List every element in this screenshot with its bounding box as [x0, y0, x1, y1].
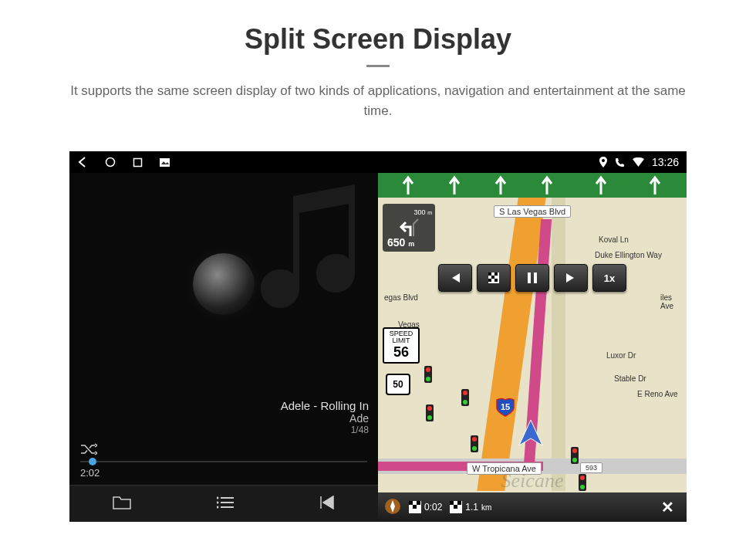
clock: 13:26: [652, 156, 679, 168]
traffic-light-icon: [426, 404, 434, 421]
svg-rect-11: [488, 272, 491, 276]
image-icon: [160, 158, 170, 167]
street-label: S Las Vegas Blvd: [494, 205, 571, 218]
location-icon: [599, 157, 607, 168]
nav-bottom-bar: 0:02 1.1 km ✕: [378, 492, 687, 522]
turn-instruction: 300 m 650 m: [383, 204, 435, 252]
status-bar: 13:26: [69, 151, 687, 173]
navigation-panel: S Las Vegas Blvd Koval Ln Duke Ellington…: [378, 173, 687, 522]
traffic-light-icon: [461, 389, 469, 406]
svg-rect-21: [409, 501, 413, 505]
street-label: E Reno Ave: [633, 389, 683, 399]
svg-rect-17: [534, 272, 537, 283]
svg-rect-25: [450, 501, 454, 505]
joystick-control[interactable]: [193, 253, 255, 315]
music-panel: Adele - Rolling In Ade 1/48 2:02: [69, 173, 378, 522]
street-label: Koval Ln: [594, 235, 633, 245]
track-artist: Ade: [79, 412, 369, 425]
nav-speed-button[interactable]: 1x: [592, 264, 626, 292]
nav-eta: 0:02: [409, 501, 442, 513]
svg-point-9: [217, 506, 219, 508]
street-label: Luxor Dr: [602, 350, 640, 360]
home-icon[interactable]: [105, 157, 116, 168]
progress-bar[interactable]: [80, 461, 367, 462]
compass-icon[interactable]: [384, 498, 401, 517]
svg-rect-23: [413, 505, 417, 509]
track-title: Adele - Rolling In: [79, 399, 369, 412]
elapsed-time: 2:02: [69, 465, 378, 485]
traffic-light-icon: [471, 435, 478, 452]
prev-track-button[interactable]: [319, 496, 335, 513]
lane-guidance: [378, 173, 687, 198]
svg-rect-22: [417, 501, 420, 505]
road-blvd: [552, 198, 565, 491]
page-subtitle: It supports the same screen display of t…: [62, 81, 694, 120]
svg-rect-12: [494, 272, 498, 276]
street-label: Stable Dr: [609, 374, 651, 384]
street-label: W Tropicana Ave: [467, 462, 542, 475]
playlist-button[interactable]: [217, 496, 234, 512]
street-label: 593: [580, 462, 602, 473]
svg-point-8: [217, 501, 219, 503]
svg-rect-26: [457, 501, 461, 505]
svg-rect-15: [494, 279, 498, 282]
svg-point-7: [217, 496, 219, 499]
speed-limit-sign: SPEED LIMIT 56: [383, 327, 420, 364]
nav-prev-button[interactable]: [438, 264, 472, 292]
nav-next-button[interactable]: [554, 264, 588, 292]
recent-icon[interactable]: [133, 157, 143, 168]
svg-point-0: [106, 158, 115, 167]
position-arrow-icon: [515, 418, 546, 452]
street-label: iles Ave: [656, 293, 687, 311]
device-screenshot: 13:26 Adele - Rolling In Ade 1/48 2:02: [69, 151, 687, 522]
traffic-light-icon: [571, 447, 579, 464]
svg-rect-16: [528, 272, 531, 283]
svg-rect-1: [134, 158, 142, 166]
route-shield: 50: [386, 374, 410, 395]
svg-point-3: [602, 159, 605, 162]
music-note-icon: [255, 181, 370, 323]
street-label: Duke Ellington Way: [590, 250, 667, 260]
wifi-icon: [633, 157, 644, 167]
svg-rect-14: [488, 279, 491, 282]
title-divider: [366, 65, 390, 67]
page-title: Split Screen Display: [15, 23, 741, 56]
nav-playback-controls: 1x: [438, 264, 626, 292]
interstate-shield: 15: [495, 397, 515, 417]
svg-rect-27: [454, 505, 457, 509]
svg-rect-13: [491, 276, 494, 279]
back-icon[interactable]: [77, 157, 88, 168]
nav-pause-button[interactable]: [515, 264, 549, 292]
folder-button[interactable]: [113, 496, 131, 513]
nav-close-button[interactable]: ✕: [655, 498, 680, 516]
svg-text:15: 15: [501, 402, 510, 411]
traffic-light-icon: [579, 474, 586, 491]
track-count: 1/48: [79, 425, 369, 435]
phone-icon: [615, 157, 625, 168]
nav-flag-button[interactable]: [477, 264, 511, 292]
nav-distance: 1.1 km: [450, 501, 491, 513]
shuffle-icon[interactable]: [80, 443, 97, 458]
traffic-light-icon: [424, 366, 432, 383]
street-label: egas Blvd: [380, 293, 423, 303]
